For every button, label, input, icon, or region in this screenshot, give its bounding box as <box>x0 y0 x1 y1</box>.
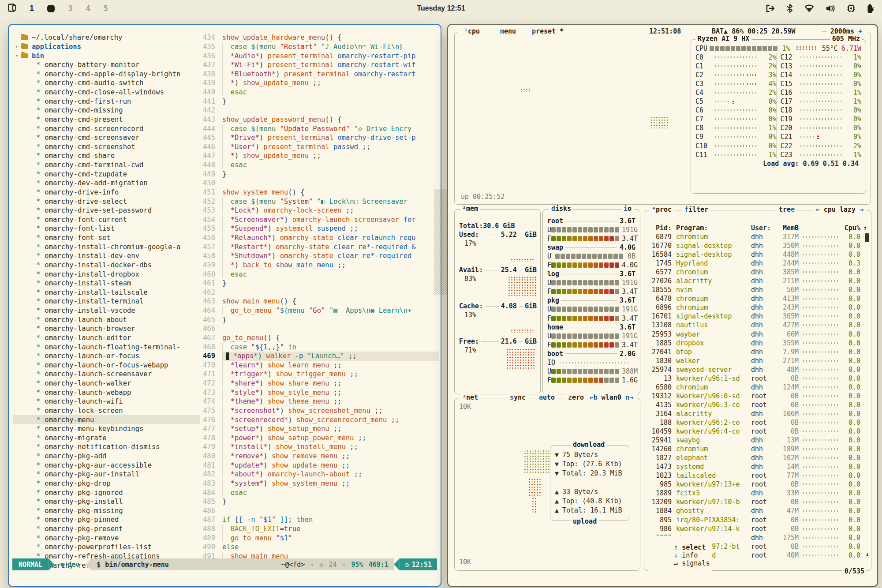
process-row[interactable]: 1885dropboxdhh355M0.0 <box>644 339 871 348</box>
tree-file-omarchy-powerprofiles-list[interactable]: *omarchy-powerprofiles-list <box>13 543 200 552</box>
process-row[interactable]: 986kworker/u97:14-kroot0B0.0 <box>644 524 871 533</box>
tree-file-omarchy-font-current[interactable]: *omarchy-font-current <box>13 215 200 225</box>
process-row[interactable]: 13108nautilusdhh427M0.0 <box>644 321 871 330</box>
process-row[interactable]: 3164alacrittydhh106M0.0 <box>644 409 871 418</box>
tree-file-omarchy-cmd-screensaver[interactable]: *omarchy-cmd-screensaver <box>13 133 200 142</box>
file-tree[interactable]: ~/.local/share/omarchy▸applications▾bin*… <box>13 33 200 569</box>
tree-file-omarchy-notification-dismiss[interactable]: *omarchy-notification-dismiss <box>13 442 200 452</box>
workspace-3[interactable]: 3 <box>68 4 72 13</box>
process-row[interactable]: 1889fcitx5dhh33M0.0 <box>644 489 871 498</box>
process-row[interactable]: 1827elephantdhh102M0.0 <box>644 453 871 462</box>
process-row[interactable]: 18555nvimdhh56M0.0 <box>644 285 871 294</box>
process-row[interactable]: 16770signal-desktopdhh350M0.0 <box>644 241 871 250</box>
disks-panel-title[interactable]: disks <box>549 205 573 213</box>
chip-icon[interactable] <box>847 4 856 13</box>
wifi-icon[interactable] <box>804 4 814 12</box>
info-hint[interactable]: info <box>682 551 698 559</box>
process-row[interactable]: 6896chromiumdhh243M0.0 <box>644 303 871 312</box>
process-row[interactable]: 14260chromiumdhh189M0.0 <box>644 445 871 453</box>
tree-file-omarchy-cmd-missing[interactable]: *omarchy-cmd-missing <box>13 106 200 115</box>
battery-charging-icon[interactable] <box>867 4 874 13</box>
volume-icon[interactable] <box>826 4 835 12</box>
menu-button[interactable]: menu <box>498 27 518 35</box>
process-row[interactable]: 10459kworker/u96:4-coroot0B0.0 <box>644 427 871 436</box>
tree-file-omarchy-install-steam[interactable]: *omarchy-install-steam <box>13 279 200 288</box>
window-overview-icon[interactable] <box>8 4 16 14</box>
update-interval[interactable]: ─ 2000ms + <box>820 27 864 35</box>
tree-file-omarchy-launch-about[interactable]: *omarchy-launch-about <box>13 315 200 324</box>
net-auto-toggle[interactable]: auto <box>537 393 557 401</box>
process-row[interactable]: 1023tailscaledroot77M0.0 <box>644 471 871 480</box>
tree-file-omarchy-cmd-present[interactable]: *omarchy-cmd-present <box>13 115 200 124</box>
bluetooth-icon[interactable] <box>787 4 793 13</box>
tree-file-omarchy-cmd-first-run[interactable]: *omarchy-cmd-first-run <box>13 97 200 106</box>
tree-file-omarchy-drive-set-password[interactable]: *omarchy-drive-set-password <box>13 206 200 215</box>
tree-file-omarchy-font-list[interactable]: *omarchy-font-list <box>13 224 200 233</box>
tree-file-omarchy-pkg-aur-install[interactable]: *omarchy-pkg-aur-install <box>13 470 200 479</box>
tree-file-omarchy-pkg-missing[interactable]: *omarchy-pkg-missing <box>13 506 200 516</box>
cpu-panel-title[interactable]: ¹cpu <box>462 27 482 35</box>
tree-file-omarchy-install-vscode[interactable]: *omarchy-install-vscode <box>13 306 200 315</box>
tree-file-omarchy-launch-or-focus[interactable]: *omarchy-launch-or-focus <box>13 352 200 361</box>
process-row[interactable]: 25974swayosd-serverdhh48M0.0 <box>644 365 871 374</box>
net-sync-toggle[interactable]: sync <box>508 393 528 401</box>
tree-file-omarchy-install-terminal[interactable]: *omarchy-install-terminal <box>13 297 200 306</box>
process-row[interactable]: 4135kworker/u96:3-coroot0B0.0 <box>644 401 871 409</box>
proc-sort-selector[interactable]: ← cpu lazy → <box>814 206 866 213</box>
tree-file-omarchy-menu-keybindings[interactable]: *omarchy-menu-keybindings <box>13 424 200 434</box>
tree-file-omarchy-cmd-audio-switch[interactable]: *omarchy-cmd-audio-switch <box>13 79 200 88</box>
tree-file-omarchy-pkg-install[interactable]: *omarchy-pkg-install <box>13 497 200 506</box>
tree-file-omarchy-launch-floating-terminal-[interactable]: *omarchy-launch-floating-terminal- <box>13 342 200 352</box>
process-row[interactable]: 13209kworker/u97:10-broot0B0.0 <box>644 498 871 506</box>
tree-file-omarchy-migrate[interactable]: *omarchy-migrate <box>13 434 200 443</box>
tree-file-omarchy-menu[interactable]: *omarchy-menu <box>13 415 200 424</box>
tree-file-omarchy-cmd-share[interactable]: *omarchy-cmd-share <box>13 151 200 161</box>
process-row[interactable]: 6580chromiumdhh124M0.0 <box>644 383 871 392</box>
net-panel-title[interactable]: ³net <box>460 393 480 401</box>
tree-file-omarchy-drive-info[interactable]: *omarchy-drive-info <box>13 188 200 197</box>
proc-scrollbar[interactable] <box>865 233 869 242</box>
screencast-icon[interactable] <box>766 4 775 12</box>
proc-filter-button[interactable]: filter <box>682 206 710 213</box>
tree-file-omarchy-install-chromium-google-a[interactable]: *omarchy-install-chromium-google-a <box>13 242 200 251</box>
tree-file-omarchy-pkg-present[interactable]: *omarchy-pkg-present <box>13 524 200 534</box>
workspace-4[interactable]: 4 <box>86 4 90 13</box>
tree-file-omarchy-pkg-add[interactable]: *omarchy-pkg-add <box>13 452 200 461</box>
tree-file-omarchy-install-docker-dbs[interactable]: *omarchy-install-docker-dbs <box>13 261 200 270</box>
process-row[interactable]: 19312kworker/u96:0-sdroot0B0.0 <box>644 392 871 401</box>
tree-file-omarchy-launch-webapp[interactable]: *omarchy-launch-webapp <box>13 388 200 397</box>
tree-file-omarchy-pkg-aur-accessible[interactable]: *omarchy-pkg-aur-accessible <box>13 461 200 470</box>
tree-file-omarchy-font-set[interactable]: *omarchy-font-set <box>13 233 200 243</box>
tree-file-omarchy-cmd-apple-display-brightn[interactable]: *omarchy-cmd-apple-display-brightn <box>13 70 200 79</box>
process-row[interactable]: 1473systemddhh14M0.0 <box>644 462 871 471</box>
tree-file-omarchy-pkg-ignored[interactable]: *omarchy-pkg-ignored <box>13 488 200 497</box>
process-row[interactable]: 1884ghosttydhh47M0.0 <box>644 506 871 515</box>
proc-tree-toggle[interactable]: tree <box>777 206 797 213</box>
workspace-2-active[interactable] <box>47 5 55 12</box>
process-row[interactable]: 985kworker/u97:13+eroot0B0.0 <box>644 480 871 489</box>
tree-file-omarchy-lock-screen[interactable]: *omarchy-lock-screen <box>13 406 200 416</box>
proc-panel-title[interactable]: ⁴proc <box>650 206 674 213</box>
tree-folder-applications[interactable]: ▸applications <box>13 42 200 52</box>
tree-file-omarchy-install-tailscale[interactable]: *omarchy-install-tailscale <box>13 288 200 297</box>
tree-file-omarchy-install-dropbox[interactable]: *omarchy-install-dropbox <box>13 270 200 279</box>
tree-file-omarchy-launch-walker[interactable]: *omarchy-launch-walker <box>13 379 200 388</box>
process-row[interactable]: 25941swaybgdhh13M0.0 <box>644 436 871 445</box>
tree-file-omarchy-dev-add-migration[interactable]: *omarchy-dev-add-migration <box>13 179 200 188</box>
process-row[interactable]: 6879chromiumdhh317M0.0 <box>644 232 871 241</box>
tree-file-omarchy-battery-monitor[interactable]: *omarchy-battery-monitor <box>13 60 200 70</box>
net-zero-toggle[interactable]: zero <box>566 393 586 401</box>
code-editor[interactable]: 434show_update_hardware_menu() {435▏ cas… <box>201 33 439 569</box>
preset-button[interactable]: preset * <box>530 27 566 35</box>
process-row[interactable]: 27026alacrittydhh211M0.0 <box>644 277 871 285</box>
tree-file-omarchy-drive-select[interactable]: *omarchy-drive-select <box>13 197 200 206</box>
tree-file-omarchy-pkg-remove[interactable]: *omarchy-pkg-remove <box>13 533 200 543</box>
tree-file-omarchy-cmd-terminal-cwd[interactable]: *omarchy-cmd-terminal-cwd <box>13 161 200 170</box>
tree-file-omarchy-launch-wifi[interactable]: *omarchy-launch-wifi <box>13 397 200 406</box>
net-interface-selector[interactable]: ←b wlan0 n→ <box>587 393 635 401</box>
process-row[interactable]: 16701signal-desktopdhh305M0.0 <box>644 312 871 321</box>
signals-hint[interactable]: signals <box>682 559 710 567</box>
process-row[interactable]: 6478chromiumdhh413M0.0 <box>644 294 871 303</box>
tree-file-omarchy-cmd-tzupdate[interactable]: *omarchy-cmd-tzupdate <box>13 169 200 179</box>
process-row[interactable]: 27041btopdhh7.9M0.0 <box>644 348 871 356</box>
